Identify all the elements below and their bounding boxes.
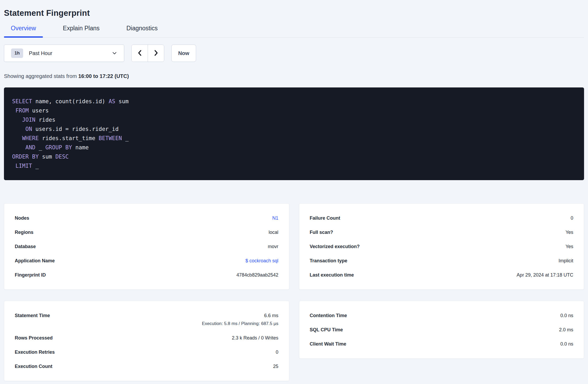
stat-label: SQL CPU Time [310, 327, 343, 333]
time-interval-label: Past Hour [29, 50, 52, 56]
stat-label: Execution Count [15, 363, 52, 369]
stat-value: 2.3 k Reads / 0 Writes [232, 335, 278, 341]
stat-row: Execution Retries0 [15, 349, 278, 355]
stat-value: 0.0 ns [560, 341, 573, 347]
stat-label: Nodes [15, 215, 29, 221]
stat-value: 0.0 ns [560, 313, 573, 318]
stat-label: Rows Processed [15, 335, 53, 341]
stat-value: 0 [276, 349, 278, 355]
stat-row: Transaction typeImplicit [310, 258, 574, 264]
stat-label: Application Name [15, 258, 55, 264]
stat-label: Regions [15, 229, 33, 235]
stat-row: Last execution timeApr 29, 2024 at 17:18… [310, 272, 574, 278]
stat-label: Fingerprint ID [15, 272, 46, 278]
tab-explain-plans[interactable]: Explain Plans [56, 25, 106, 37]
stat-row: Vectorized execution?Yes [310, 244, 574, 249]
panel-wait-times: Contention Time0.0 nsSQL CPU Time2.0 msC… [299, 301, 584, 359]
aggregation-note-prefix: Showing aggregated stats from [4, 73, 78, 79]
stat-value: 2.0 ms [559, 327, 573, 333]
tab-bar: Overview Explain Plans Diagnostics [4, 25, 584, 38]
time-controls: 1h Past Hour Now [4, 45, 584, 62]
stat-value: 4784cb829aab2542 [236, 272, 278, 278]
stat-value-link[interactable]: N1 [272, 215, 278, 221]
stat-value: Apr 29, 2024 at 17:18 UTC [517, 272, 573, 278]
stat-value: Implicit [559, 258, 573, 264]
previous-interval-button[interactable] [132, 45, 148, 62]
stat-row: Failure Count0 [310, 215, 574, 221]
time-step-buttons [131, 45, 164, 62]
panel-execution-attributes: Failure Count0Full scan?YesVectorized ex… [299, 203, 584, 290]
stat-row: Databasemovr [15, 244, 278, 249]
stat-label: Execution Retries [15, 349, 55, 355]
stat-value: Yes [566, 229, 573, 235]
stat-row: Full scan?Yes [310, 229, 574, 235]
stat-label: Last execution time [310, 272, 354, 278]
stat-row: NodesN1 [15, 215, 278, 221]
now-button[interactable]: Now [171, 45, 196, 62]
tab-overview[interactable]: Overview [4, 25, 43, 37]
aggregation-note: Showing aggregated stats from 16:00 to 1… [4, 73, 584, 79]
stat-row: SQL CPU Time2.0 ms [310, 327, 574, 333]
chevron-right-icon [153, 50, 159, 57]
time-interval-picker[interactable]: 1h Past Hour [4, 45, 124, 62]
aggregation-note-range: 16:00 to 17:22 (UTC) [78, 73, 129, 79]
chevron-down-icon [112, 51, 117, 56]
stat-label: Failure Count [310, 215, 340, 221]
stat-value: 25 [273, 363, 278, 369]
stat-row: Rows Processed2.3 k Reads / 0 Writes [15, 335, 278, 341]
sql-code: SELECT name, count(rides.id) AS sum FROM… [12, 97, 576, 171]
stat-row: Statement Time6.6 msExecution: 5.8 ms / … [15, 313, 278, 327]
stat-label: Contention Time [310, 313, 347, 318]
stat-label: Full scan? [310, 229, 333, 235]
tab-diagnostics[interactable]: Diagnostics [119, 25, 165, 37]
panel-statement-times: Statement Time6.6 msExecution: 5.8 ms / … [4, 301, 289, 381]
stat-subvalue: Execution: 5.8 ms / Planning: 687.5 µs [202, 321, 278, 327]
panel-fingerprint-details: NodesN1RegionslocalDatabasemovrApplicati… [4, 203, 289, 290]
stat-row: Contention Time0.0 ns [310, 313, 574, 318]
stat-value-link[interactable]: $ cockroach sql [245, 258, 278, 264]
stat-value: 6.6 ms [202, 313, 278, 318]
sql-statement-box: SELECT name, count(rides.id) AS sum FROM… [4, 87, 584, 180]
stat-value: local [268, 229, 278, 235]
stat-label: Statement Time [15, 313, 50, 318]
stat-value: movr [268, 244, 278, 249]
time-interval-badge: 1h [11, 48, 23, 58]
stat-row: Execution Count25 [15, 363, 278, 369]
stat-label: Database [15, 244, 36, 249]
page-title: Statement Fingerprint [4, 0, 584, 18]
stat-panels: NodesN1RegionslocalDatabasemovrApplicati… [4, 203, 584, 384]
stat-label: Client Wait Time [310, 341, 346, 347]
chevron-left-icon [137, 50, 143, 57]
stat-value: Yes [566, 244, 573, 249]
stat-row: Regionslocal [15, 229, 278, 235]
stat-value: 0 [571, 215, 573, 221]
statement-fingerprint-page: Statement Fingerprint Overview Explain P… [0, 0, 588, 384]
stat-row: Client Wait Time0.0 ns [310, 341, 574, 347]
next-interval-button[interactable] [148, 45, 164, 62]
stat-label: Vectorized execution? [310, 244, 360, 249]
stat-row: Application Name$ cockroach sql [15, 258, 278, 264]
stat-label: Transaction type [310, 258, 347, 264]
stat-row: Fingerprint ID4784cb829aab2542 [15, 272, 278, 278]
